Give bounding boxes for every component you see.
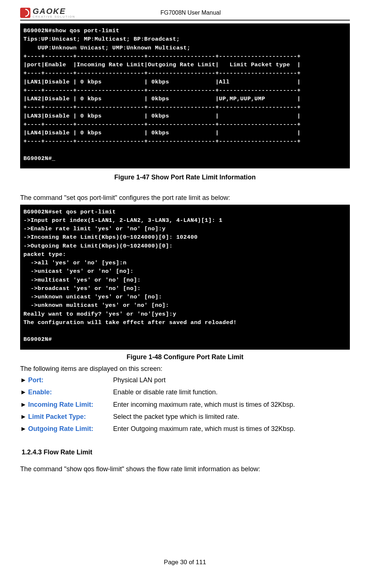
intro-text-1: The command "set qos port-limit" configu… [20, 192, 350, 204]
param-row-limit-packet-type: ► Limit Packet Type: Select the packet t… [20, 411, 350, 423]
figure-caption-1: Figure 1-47 Show Port Rate Limit Informa… [20, 174, 350, 181]
bullet-icon: ► [20, 386, 27, 398]
figure-caption-2: Figure 1-48 Configure Port Rate Limit [20, 353, 350, 361]
bullet-icon: ► [20, 423, 27, 435]
param-label: Limit Packet Type: [28, 411, 113, 423]
bullet-icon: ► [20, 411, 27, 423]
section-heading: 1.2.4.3 Flow Rate Limit [20, 449, 350, 456]
param-desc: Physical LAN port [113, 374, 166, 386]
param-label: Enable: [28, 386, 113, 398]
document-title: FG7008N User Manual [75, 10, 306, 16]
param-label: Incoming Rate Limit: [28, 399, 113, 411]
param-row-incoming-rate-limit: ► Incoming Rate Limit: Enter incoming ma… [20, 399, 350, 411]
header-divider [20, 20, 350, 21]
param-row-outgoing-rate-limit: ► Outgoing Rate Limit: Enter Outgoing ma… [20, 423, 350, 435]
logo-subtitle: CREATIVE SOLUTION [33, 15, 75, 18]
param-desc: Enable or disable rate limit function. [113, 386, 218, 398]
logo: GAOKE CREATIVE SOLUTION [20, 7, 75, 18]
param-desc: Select the packet type which is limited … [113, 411, 239, 423]
param-row-port: ► Port: Physical LAN port [20, 374, 350, 386]
param-desc: Enter Outgoing maximum rate, which must … [113, 423, 295, 435]
logo-text: GAOKE [33, 7, 75, 15]
param-label: Outgoing Rate Limit: [28, 423, 113, 435]
page-footer: Page 30 of 111 [20, 559, 350, 566]
bullet-icon: ► [20, 374, 27, 386]
param-desc: Enter incoming maximum rate, which must … [113, 399, 295, 411]
items-intro: The following items are displayed on thi… [20, 363, 350, 375]
page-container: GAOKE CREATIVE SOLUTION FG7008N User Man… [0, 0, 370, 573]
page-header: GAOKE CREATIVE SOLUTION FG7008N User Man… [20, 7, 350, 20]
terminal-output-1: BG9002N#show qos port-limit Tips:UP:Unic… [20, 23, 350, 168]
logo-text-block: GAOKE CREATIVE SOLUTION [33, 7, 75, 18]
terminal-output-2: BG9002N#set qos port-limit ->Input port … [20, 205, 350, 350]
bullet-icon: ► [20, 399, 27, 411]
intro-text-2: The command "show qos flow-limit" shows … [20, 464, 350, 475]
logo-icon [20, 8, 30, 18]
param-label: Port: [28, 374, 113, 386]
param-row-enable: ► Enable: Enable or disable rate limit f… [20, 386, 350, 398]
